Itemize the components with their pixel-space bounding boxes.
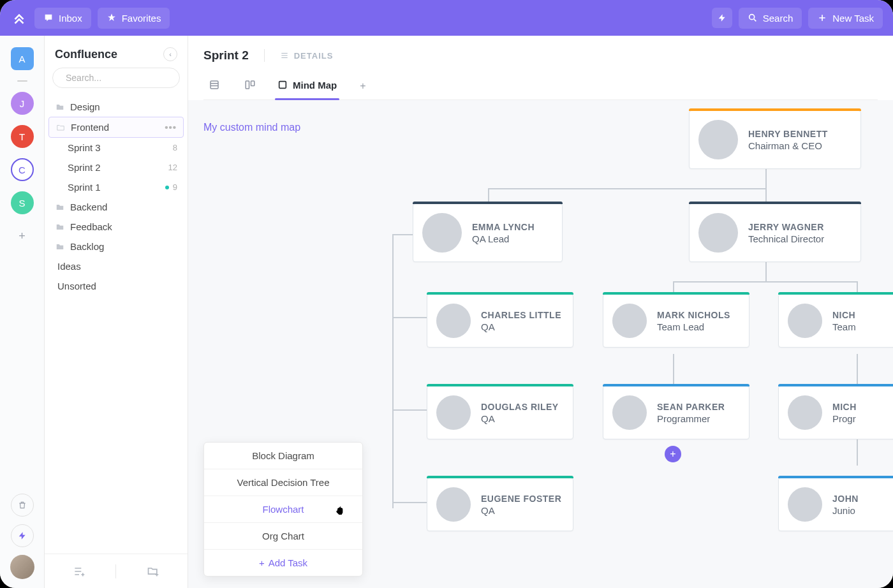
org-card-prog1[interactable]: SEAN PARKER Programmer bbox=[603, 386, 749, 439]
org-role: QA bbox=[481, 505, 561, 516]
mindmap-canvas[interactable]: My custom mind map bbox=[188, 100, 893, 588]
org-role: QA bbox=[481, 321, 561, 332]
org-name: DOUGLAS RILEY bbox=[481, 402, 559, 412]
search-input[interactable] bbox=[66, 73, 177, 83]
content-area: Sprint 2 DETAILS M bbox=[188, 36, 893, 588]
cursor-icon bbox=[334, 504, 347, 518]
item-label: Backlog bbox=[70, 241, 104, 252]
avatar bbox=[698, 213, 738, 253]
space-avatar-s[interactable]: S bbox=[11, 191, 34, 214]
topbar: Inbox Favorites Search New Task bbox=[0, 0, 893, 36]
popup-item-org-chart[interactable]: Org Chart bbox=[204, 523, 362, 550]
org-role: Junio bbox=[832, 505, 859, 516]
org-name: JERRY WAGNER bbox=[748, 222, 824, 232]
add-view-button[interactable]: + bbox=[353, 74, 372, 98]
details-button[interactable]: DETAILS bbox=[280, 51, 334, 61]
folder-icon bbox=[55, 103, 65, 112]
avatar bbox=[436, 487, 471, 522]
org-role: Progr bbox=[832, 413, 857, 424]
search-button[interactable]: Search bbox=[739, 8, 802, 29]
workspace-rail: A J T C S + bbox=[0, 36, 45, 588]
org-card-qa2[interactable]: DOUGLAS RILEY QA bbox=[427, 386, 573, 439]
org-card-qa-lead[interactable]: EMMA LYNCH QA Lead bbox=[413, 203, 563, 262]
folder-icon bbox=[55, 203, 65, 212]
view-tab-board[interactable] bbox=[239, 73, 261, 99]
sidebar-item-backlog[interactable]: Backlog bbox=[48, 237, 184, 256]
sidebar-item-ideas[interactable]: Ideas bbox=[48, 256, 184, 276]
org-role: QA bbox=[481, 413, 559, 424]
sidebar-item-unsorted[interactable]: Unsorted bbox=[48, 276, 184, 296]
org-card-qa3[interactable]: EUGENE FOSTER QA bbox=[427, 478, 573, 531]
trash-icon[interactable] bbox=[11, 494, 34, 517]
add-space-button[interactable]: + bbox=[11, 224, 34, 247]
space-avatar-j[interactable]: J bbox=[11, 92, 34, 115]
details-label: DETAILS bbox=[294, 51, 334, 61]
avatar bbox=[698, 120, 738, 159]
sidebar-search[interactable] bbox=[52, 68, 180, 88]
item-menu-icon[interactable]: ••• bbox=[165, 122, 177, 133]
item-label: Feedback bbox=[70, 221, 112, 232]
avatar bbox=[612, 395, 647, 430]
new-folder-icon[interactable] bbox=[147, 565, 159, 578]
org-card-tech-dir[interactable]: JERRY WAGNER Technical Director bbox=[689, 203, 861, 262]
org-name: CHARLES LITTLE bbox=[481, 310, 561, 320]
popup-item-flowchart[interactable]: Flowchart bbox=[204, 496, 362, 523]
view-tab-mindmap[interactable]: Mind Map bbox=[275, 73, 339, 99]
view-tab-list[interactable] bbox=[203, 73, 225, 99]
org-role: Chairman & CEO bbox=[748, 140, 828, 151]
org-name: MARK NICHOLS bbox=[657, 310, 730, 320]
divider bbox=[264, 49, 265, 62]
avatar bbox=[788, 304, 822, 338]
folder-icon bbox=[55, 223, 65, 232]
sidebar-item-design[interactable]: Design bbox=[48, 97, 184, 117]
user-avatar[interactable] bbox=[10, 555, 34, 579]
org-card-prog2[interactable]: MICH Progr bbox=[778, 386, 893, 439]
org-name: JOHN bbox=[832, 494, 859, 504]
item-label: Sprint 1 bbox=[68, 182, 160, 193]
divider bbox=[115, 564, 116, 578]
svg-point-0 bbox=[749, 15, 754, 20]
new-list-icon[interactable] bbox=[73, 565, 85, 578]
item-label: Sprint 3 bbox=[68, 142, 168, 153]
org-card-qa1[interactable]: CHARLES LITTLE QA bbox=[427, 294, 573, 348]
popup-item-vertical-tree[interactable]: Vertical Decision Tree bbox=[204, 469, 362, 496]
avatar bbox=[436, 304, 471, 338]
svg-rect-2 bbox=[210, 81, 218, 89]
sidebar-item-backend[interactable]: Backend bbox=[48, 197, 184, 217]
workspace-avatar-a[interactable]: A bbox=[11, 47, 34, 70]
org-name: EMMA LYNCH bbox=[472, 222, 535, 232]
app-logo[interactable] bbox=[10, 9, 28, 27]
popup-item-block-diagram[interactable]: Block Diagram bbox=[204, 443, 362, 469]
org-role: Team bbox=[832, 321, 856, 332]
tab-label: Mind Map bbox=[293, 80, 337, 91]
svg-rect-4 bbox=[251, 81, 255, 86]
org-card-jnr[interactable]: JOHN Junio bbox=[778, 478, 893, 531]
collapse-sidebar-button[interactable]: ‹ bbox=[163, 47, 177, 61]
add-node-button[interactable]: + bbox=[665, 446, 681, 462]
template-popup: Block Diagram Vertical Decision Tree Flo… bbox=[203, 442, 363, 577]
automations-icon[interactable] bbox=[11, 524, 34, 547]
sidebar-item-sprint2[interactable]: Sprint 2 12 bbox=[48, 158, 184, 177]
org-name: EUGENE FOSTER bbox=[481, 494, 561, 504]
org-name: SEAN PARKER bbox=[657, 402, 725, 412]
sidebar-item-feedback[interactable]: Feedback bbox=[48, 217, 184, 237]
org-card-tl2[interactable]: NICH Team bbox=[778, 294, 893, 348]
status-indicator bbox=[165, 186, 169, 189]
org-card-tl1[interactable]: MARK NICHOLS Team Lead bbox=[603, 294, 749, 348]
inbox-button[interactable]: Inbox bbox=[34, 8, 91, 29]
org-name: HENRY BENNETT bbox=[748, 129, 828, 139]
sidebar-item-sprint3[interactable]: Sprint 3 8 bbox=[48, 138, 184, 158]
new-task-button[interactable]: New Task bbox=[808, 8, 883, 29]
sidebar: Confluence ‹ Design Frontend bbox=[45, 36, 188, 588]
space-avatar-c[interactable]: C bbox=[11, 158, 34, 181]
space-avatar-t[interactable]: T bbox=[11, 125, 34, 148]
org-card-ceo[interactable]: HENRY BENNETT Chairman & CEO bbox=[689, 110, 861, 169]
sidebar-item-frontend[interactable]: Frontend ••• bbox=[48, 117, 184, 138]
org-name: NICH bbox=[832, 310, 856, 320]
popup-add-task[interactable]: +Add Task bbox=[204, 550, 362, 576]
sidebar-item-sprint1[interactable]: Sprint 1 9 bbox=[48, 177, 184, 197]
rail-separator bbox=[17, 80, 27, 82]
item-label: Design bbox=[70, 101, 100, 112]
favorites-button[interactable]: Favorites bbox=[98, 8, 170, 29]
quick-action-button[interactable] bbox=[712, 8, 732, 28]
